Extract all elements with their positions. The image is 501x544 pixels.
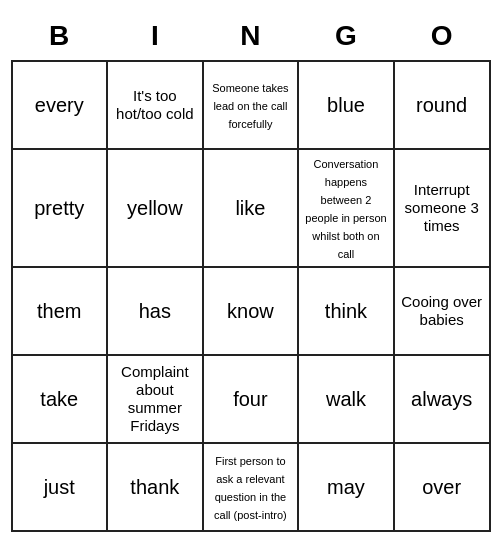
bingo-header-b: B — [12, 13, 107, 61]
cell-label: four — [233, 388, 267, 410]
bingo-cell-4-4: over — [394, 443, 490, 531]
bingo-header-g: G — [298, 13, 394, 61]
bingo-cell-3-4: always — [394, 355, 490, 443]
bingo-cell-4-2: First person to ask a relevant question … — [203, 443, 298, 531]
cell-label: think — [325, 300, 367, 322]
bingo-cell-4-3: may — [298, 443, 394, 531]
cell-label: over — [422, 476, 461, 498]
bingo-header-i: I — [107, 13, 203, 61]
cell-label: First person to ask a relevant question … — [214, 455, 287, 521]
bingo-cell-0-3: blue — [298, 61, 394, 149]
bingo-header-n: N — [203, 13, 298, 61]
cell-label: Interrupt someone 3 times — [405, 181, 479, 234]
bingo-cell-3-2: four — [203, 355, 298, 443]
cell-label: know — [227, 300, 274, 322]
bingo-cell-2-1: has — [107, 267, 203, 355]
cell-label: Someone takes lead on the call forcefull… — [212, 82, 288, 130]
bingo-row-4: justthankFirst person to ask a relevant … — [12, 443, 490, 531]
bingo-cell-2-0: them — [12, 267, 107, 355]
cell-label: like — [235, 197, 265, 219]
bingo-row-3: takeComplaint about summer Fridaysfourwa… — [12, 355, 490, 443]
cell-label: walk — [326, 388, 366, 410]
bingo-cell-2-4: Cooing over babies — [394, 267, 490, 355]
cell-label: Complaint about summer Fridays — [121, 363, 189, 434]
bingo-card: BINGO everyIt's too hot/too coldSomeone … — [11, 13, 491, 532]
cell-label: every — [35, 94, 84, 116]
cell-label: has — [139, 300, 171, 322]
bingo-cell-4-0: just — [12, 443, 107, 531]
cell-label: always — [411, 388, 472, 410]
bingo-cell-0-0: every — [12, 61, 107, 149]
bingo-cell-4-1: thank — [107, 443, 203, 531]
cell-label: It's too hot/too cold — [116, 87, 194, 122]
bingo-cell-3-1: Complaint about summer Fridays — [107, 355, 203, 443]
bingo-cell-0-2: Someone takes lead on the call forcefull… — [203, 61, 298, 149]
cell-label: yellow — [127, 197, 183, 219]
bingo-row-2: themhasknowthinkCooing over babies — [12, 267, 490, 355]
bingo-cell-2-3: think — [298, 267, 394, 355]
bingo-cell-1-0: pretty — [12, 149, 107, 267]
bingo-cell-2-2: know — [203, 267, 298, 355]
cell-label: Cooing over babies — [401, 293, 482, 328]
cell-label: round — [416, 94, 467, 116]
bingo-cell-1-2: like — [203, 149, 298, 267]
bingo-cell-0-4: round — [394, 61, 490, 149]
cell-label: thank — [130, 476, 179, 498]
cell-label: blue — [327, 94, 365, 116]
bingo-header-o: O — [394, 13, 490, 61]
cell-label: take — [40, 388, 78, 410]
bingo-cell-1-3: Conversation happens between 2 people in… — [298, 149, 394, 267]
cell-label: just — [44, 476, 75, 498]
bingo-cell-1-1: yellow — [107, 149, 203, 267]
cell-label: Conversation happens between 2 people in… — [305, 158, 386, 260]
bingo-cell-3-0: take — [12, 355, 107, 443]
cell-label: pretty — [34, 197, 84, 219]
bingo-row-1: prettyyellowlikeConversation happens bet… — [12, 149, 490, 267]
cell-label: them — [37, 300, 81, 322]
bingo-row-0: everyIt's too hot/too coldSomeone takes … — [12, 61, 490, 149]
cell-label: may — [327, 476, 365, 498]
bingo-cell-0-1: It's too hot/too cold — [107, 61, 203, 149]
bingo-cell-3-3: walk — [298, 355, 394, 443]
bingo-cell-1-4: Interrupt someone 3 times — [394, 149, 490, 267]
